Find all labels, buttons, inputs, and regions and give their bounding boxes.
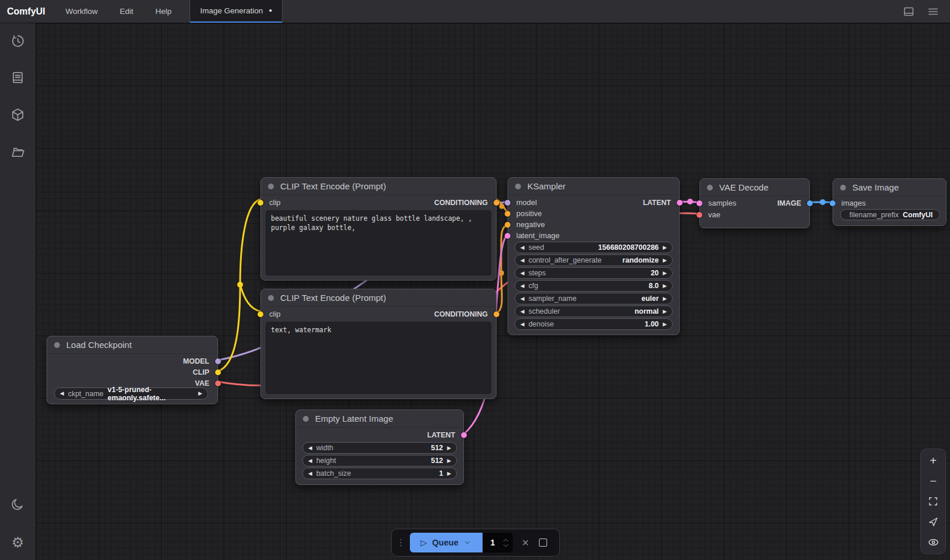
decrement-arrow-icon[interactable]: ◀	[60, 391, 64, 396]
increment-arrow-icon[interactable]: ▶	[447, 446, 451, 451]
slot-dot-conditioning[interactable]	[494, 200, 499, 206]
prompt-textarea[interactable]: text, watermark	[266, 322, 491, 394]
chevron-down-icon[interactable]	[463, 539, 472, 547]
node-clip-text-encode-negative[interactable]: CLIP Text Encode (Prompt) clip CONDITION…	[260, 289, 497, 399]
pan-select-arrow-icon[interactable]	[927, 515, 940, 528]
increment-arrow-icon[interactable]: ▶	[447, 471, 451, 476]
batch-count-stepper[interactable]: 1	[483, 533, 513, 552]
slot-dot-latent[interactable]	[505, 233, 510, 239]
decrement-chevron-icon[interactable]	[503, 544, 509, 547]
collapse-dot-icon[interactable]	[707, 185, 713, 191]
toggle-visibility-eye-icon[interactable]	[927, 536, 940, 548]
prompt-textarea[interactable]: beautiful scenery nature glass bottle la…	[266, 210, 491, 275]
slot-dot-image[interactable]	[830, 200, 835, 206]
clear-queue-icon[interactable]: ✕	[522, 537, 529, 548]
reroute-dot-latent[interactable]	[687, 199, 693, 204]
node-load-checkpoint[interactable]: Load Checkpoint MODEL CLIP VAE ◀ ckpt_na…	[47, 336, 218, 404]
collapse-dot-icon[interactable]	[515, 184, 521, 189]
collapse-dot-icon[interactable]	[268, 295, 274, 301]
widget-seed[interactable]: ◀ seed 156680208700286 ▶	[515, 242, 673, 253]
decrement-arrow-icon[interactable]: ◀	[520, 296, 524, 301]
slot-dot-latent[interactable]	[461, 432, 467, 438]
node-title-bar[interactable]: Save Image	[833, 179, 946, 196]
decrement-arrow-icon[interactable]: ◀	[520, 283, 524, 289]
slot-dot-conditioning[interactable]	[494, 311, 499, 317]
increment-arrow-icon[interactable]: ▶	[663, 283, 667, 289]
widget-control-after-generate[interactable]: ◀ control_after_generate randomize ▶	[515, 254, 673, 266]
node-canvas[interactable]: Load Checkpoint MODEL CLIP VAE ◀ ckpt_na…	[36, 23, 950, 560]
widget-batch-size[interactable]: ◀ batch_size 1 ▶	[302, 468, 457, 479]
zoom-out-icon[interactable]: −	[927, 475, 940, 487]
workflows-folder-icon[interactable]	[10, 144, 26, 160]
menu-edit[interactable]: Edit	[109, 0, 144, 23]
slot-dot-model[interactable]	[215, 358, 221, 364]
widget-height[interactable]: ◀ height 512 ▶	[302, 455, 457, 466]
increment-arrow-icon[interactable]: ▶	[663, 245, 667, 250]
tab-image-generation[interactable]: Image Generation ●	[190, 0, 282, 23]
queue-button[interactable]: ▷ Queue	[410, 533, 483, 552]
node-library-icon[interactable]	[10, 70, 26, 85]
increment-arrow-icon[interactable]: ▶	[663, 271, 667, 276]
zoom-in-icon[interactable]: +	[927, 454, 940, 467]
increment-arrow-icon[interactable]: ▶	[663, 309, 667, 314]
decrement-arrow-icon[interactable]: ◀	[520, 309, 524, 314]
bottom-panel-toggle-icon[interactable]	[902, 5, 915, 18]
decrement-arrow-icon[interactable]: ◀	[308, 458, 312, 464]
widget-denoise[interactable]: ◀ denoise 1.00 ▶	[515, 318, 673, 330]
widget-sampler-name[interactable]: ◀ sampler_name euler ▶	[515, 293, 673, 304]
decrement-arrow-icon[interactable]: ◀	[308, 471, 312, 476]
model-library-icon[interactable]	[10, 107, 26, 123]
menu-workflow[interactable]: Workflow	[55, 0, 109, 23]
node-vae-decode[interactable]: VAE Decode samples vae IMAGE	[699, 178, 810, 228]
decrement-arrow-icon[interactable]: ◀	[520, 245, 524, 250]
widget-steps[interactable]: ◀ steps 20 ▶	[515, 267, 673, 279]
decrement-arrow-icon[interactable]: ◀	[520, 322, 524, 327]
node-empty-latent-image[interactable]: Empty Latent Image LATENT ◀ width 512 ▶ …	[295, 410, 464, 485]
fit-view-icon[interactable]	[927, 495, 940, 508]
increment-arrow-icon[interactable]: ▶	[447, 458, 451, 464]
collapse-dot-icon[interactable]	[268, 184, 274, 189]
increment-arrow-icon[interactable]: ▶	[663, 322, 667, 327]
collapse-dot-icon[interactable]	[54, 342, 60, 348]
slot-dot-vae[interactable]	[697, 212, 702, 218]
decrement-arrow-icon[interactable]: ◀	[308, 446, 312, 451]
slot-dot-latent[interactable]	[677, 200, 683, 206]
drag-handle-icon[interactable]: ⋮	[397, 537, 405, 548]
increment-arrow-icon[interactable]: ▶	[663, 258, 667, 263]
node-title-bar[interactable]: VAE Decode	[700, 179, 809, 196]
increment-chevron-icon[interactable]	[503, 539, 509, 542]
reroute-dot-image[interactable]	[820, 199, 826, 205]
node-clip-text-encode-positive[interactable]: CLIP Text Encode (Prompt) clip CONDITION…	[260, 177, 497, 281]
menu-help[interactable]: Help	[144, 0, 183, 23]
settings-gear-icon[interactable]: ⚙	[10, 534, 26, 550]
widget-width[interactable]: ◀ width 512 ▶	[302, 442, 457, 454]
node-title-bar[interactable]: Empty Latent Image	[296, 410, 463, 428]
widget-cfg[interactable]: ◀ cfg 8.0 ▶	[515, 280, 673, 292]
collapse-dot-icon[interactable]	[303, 416, 309, 422]
collapse-dot-icon[interactable]	[840, 185, 846, 191]
slot-dot-conditioning[interactable]	[505, 211, 510, 217]
hamburger-menu-icon[interactable]	[927, 5, 940, 18]
node-title-bar[interactable]: Load Checkpoint	[47, 336, 217, 354]
queue-history-icon[interactable]	[10, 33, 26, 49]
theme-moon-icon[interactable]	[10, 497, 26, 512]
node-title-bar[interactable]: CLIP Text Encode (Prompt)	[261, 178, 496, 195]
widget-ckpt-name[interactable]: ◀ ckpt_name v1-5-pruned-emaonly.safete..…	[54, 387, 208, 400]
comfyui-logo[interactable]: ComfyUI	[0, 0, 55, 23]
slot-dot-clip[interactable]	[215, 369, 221, 375]
decrement-arrow-icon[interactable]: ◀	[520, 271, 524, 276]
stop-icon[interactable]	[539, 539, 547, 547]
node-title-bar[interactable]: KSampler	[508, 178, 679, 195]
widget-filename-prefix[interactable]: filename_prefix ComfyUI	[840, 209, 940, 220]
slot-dot-clip[interactable]	[258, 200, 263, 206]
slot-dot-clip[interactable]	[258, 311, 263, 317]
increment-arrow-icon[interactable]: ▶	[663, 296, 667, 301]
decrement-arrow-icon[interactable]: ◀	[520, 258, 524, 263]
node-save-image[interactable]: Save Image images filename_prefix ComfyU…	[833, 178, 947, 226]
widget-scheduler[interactable]: ◀ scheduler normal ▶	[515, 306, 673, 317]
increment-arrow-icon[interactable]: ▶	[198, 391, 202, 396]
node-ksampler[interactable]: KSampler model positive negative latent_…	[508, 177, 680, 335]
slot-dot-vae[interactable]	[215, 380, 221, 386]
node-title-bar[interactable]: CLIP Text Encode (Prompt)	[261, 289, 496, 307]
slot-dot-conditioning[interactable]	[505, 222, 510, 228]
